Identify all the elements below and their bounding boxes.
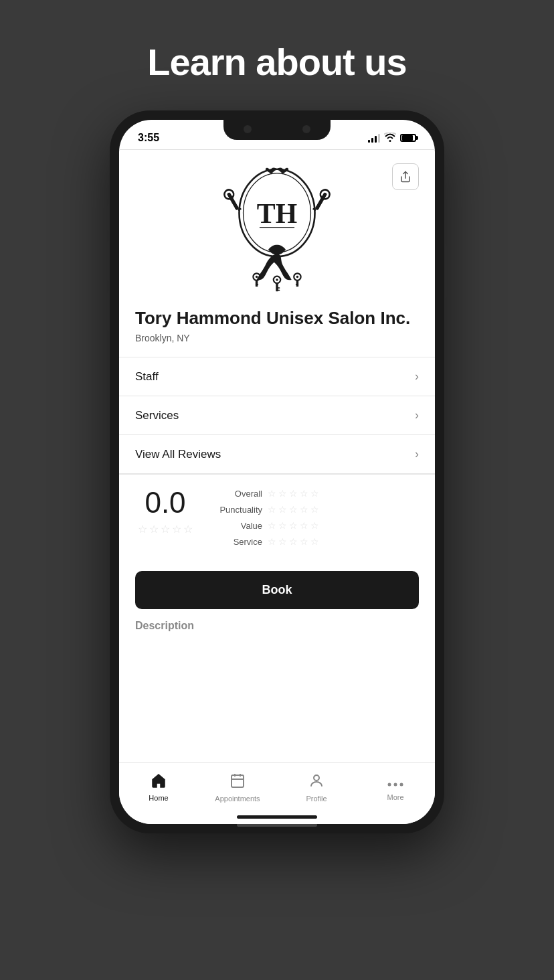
home-icon [151,773,167,792]
profile-icon [308,772,325,793]
business-location: Brooklyn, NY [135,333,419,343]
nav-home[interactable]: Home [119,773,198,802]
signal-bar-4 [378,134,380,143]
services-label: Services [135,409,179,422]
home-indicator [119,809,435,824]
svg-point-34 [394,783,397,787]
svg-point-32 [314,775,319,781]
service-stars: ☆ ☆ ☆ ☆ ☆ [268,536,319,547]
menu-item-services[interactable]: Services › [119,396,435,434]
star-1: ☆ [138,523,147,536]
svg-rect-27 [296,284,298,285]
side-button-volume-up [107,241,110,281]
rating-overall: Overall ☆ ☆ ☆ ☆ ☆ [209,488,419,499]
svg-point-35 [400,783,403,787]
staff-label: Staff [135,370,159,384]
ratings-breakdown: Overall ☆ ☆ ☆ ☆ ☆ Punctuality ☆ [209,488,419,552]
svg-point-33 [388,783,391,787]
phone-notch [223,120,331,140]
business-header: TH [119,150,435,357]
value-stars: ☆ ☆ ☆ ☆ ☆ [268,520,319,531]
book-button[interactable]: Book [135,571,419,609]
chevron-icon-services: › [415,408,419,422]
appointments-label: Appointments [215,795,260,803]
nav-profile[interactable]: Profile [277,772,356,803]
status-time: 3:55 [138,132,159,144]
battery-fill [402,135,413,141]
nav-more[interactable]: More [356,774,435,801]
home-indicator-bar [237,815,317,819]
page-title: Learn about us [147,40,406,84]
overall-score: 0.0 ☆ ☆ ☆ ☆ ☆ [135,488,195,536]
status-icons [368,133,416,144]
home-label: Home [149,794,168,802]
battery-icon [400,134,416,142]
business-logo: TH [135,163,419,297]
signal-bar-3 [375,136,377,143]
ratings-section: 0.0 ☆ ☆ ☆ ☆ ☆ Overall ☆ ☆ [119,474,435,566]
overall-stars: ☆ ☆ ☆ ☆ ☆ [135,523,195,536]
overall-category-stars: ☆ ☆ ☆ ☆ ☆ [268,488,319,499]
nav-appointments[interactable]: Appointments [198,772,277,803]
rating-punctuality: Punctuality ☆ ☆ ☆ ☆ ☆ [209,504,419,515]
rating-service: Service ☆ ☆ ☆ ☆ ☆ [209,536,419,547]
signal-bar-1 [368,140,370,143]
more-label: More [387,793,403,801]
side-button-power [444,244,447,298]
svg-rect-22 [277,287,280,289]
svg-rect-26 [296,280,298,287]
svg-rect-23 [277,290,280,291]
svg-point-20 [276,278,278,280]
svg-text:TH: TH [257,198,297,229]
score-number: 0.0 [135,488,195,517]
reviews-label: View All Reviews [135,448,221,461]
more-icon [387,774,403,791]
side-button-volume-down [107,291,110,331]
svg-rect-28 [232,775,244,787]
rating-punctuality-label: Punctuality [209,505,262,515]
svg-rect-18 [256,284,258,285]
business-name: Tory Hammond Unisex Salon Inc. [135,308,419,329]
star-2: ☆ [149,523,159,536]
menu-item-staff[interactable]: Staff › [119,357,435,396]
description-peek: Description [119,617,435,632]
screen-content[interactable]: TH [119,149,435,762]
signal-bar-2 [371,138,373,143]
signal-icon [368,133,380,143]
phone-screen: 3:55 [119,120,435,824]
bottom-navigation: Home Appointments [119,762,435,809]
wifi-icon [384,133,396,144]
menu-item-reviews[interactable]: View All Reviews › [119,435,435,473]
svg-point-16 [256,276,258,278]
svg-point-25 [296,276,298,278]
side-button-mute [107,204,110,231]
profile-label: Profile [306,795,327,803]
star-5: ☆ [183,523,193,536]
phone-frame: 3:55 [110,110,444,833]
rating-value-label: Value [209,521,262,531]
svg-rect-17 [256,280,258,287]
appointments-icon [229,772,246,793]
share-button[interactable] [392,163,419,190]
rating-value: Value ☆ ☆ ☆ ☆ ☆ [209,520,419,531]
chevron-icon-reviews: › [415,447,419,461]
rating-overall-label: Overall [209,489,262,499]
punctuality-stars: ☆ ☆ ☆ ☆ ☆ [268,504,319,515]
rating-service-label: Service [209,537,262,547]
star-4: ☆ [172,523,181,536]
chevron-icon-staff: › [415,370,419,384]
star-3: ☆ [161,523,170,536]
